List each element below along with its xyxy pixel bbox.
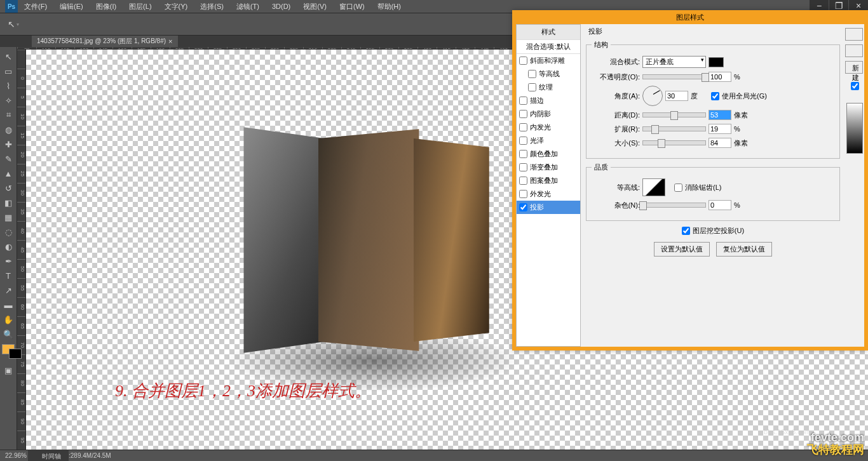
eyedropper-tool-icon[interactable]: ◍ xyxy=(0,123,17,137)
blend-mode-select[interactable]: 正片叠底 xyxy=(642,56,706,68)
style-item-10[interactable]: 外发光 xyxy=(517,187,580,201)
gradient-tool-icon[interactable]: ▦ xyxy=(0,210,17,224)
style-checkbox-7[interactable] xyxy=(519,150,527,158)
style-item-8[interactable]: 渐变叠加 xyxy=(517,161,580,174)
quality-fieldset: 品质 等高线: 消除锯齿(L) 杂色(N): % xyxy=(586,163,840,221)
color-swatch[interactable] xyxy=(2,344,15,354)
eraser-tool-icon[interactable]: ◧ xyxy=(0,196,17,210)
style-item-7[interactable]: 颜色叠加 xyxy=(517,147,580,161)
style-checkbox-10[interactable] xyxy=(519,190,527,198)
global-light-label: 使用全局光(G) xyxy=(722,91,767,101)
shape-tool-icon[interactable]: ▬ xyxy=(0,298,17,312)
menu-select[interactable]: 选择(S) xyxy=(194,2,230,11)
preview-checkbox[interactable] xyxy=(851,82,859,90)
distance-slider[interactable] xyxy=(642,112,706,117)
timeline-tab[interactable]: 时间轴 xyxy=(34,451,69,461)
style-item-6[interactable]: 光泽 xyxy=(517,134,580,147)
opacity-slider[interactable] xyxy=(642,74,706,79)
menu-file[interactable]: 文件(F) xyxy=(18,2,53,11)
watermark-2: 飞特教程网 xyxy=(807,442,864,457)
style-checkbox-2[interactable] xyxy=(528,83,536,91)
size-slider[interactable] xyxy=(642,140,706,145)
style-item-0[interactable]: 斜面和浮雕 xyxy=(517,54,580,67)
menu-help[interactable]: 帮助(H) xyxy=(371,2,407,11)
ruler-vertical: 05101520253035404550556065707580859095 xyxy=(17,50,26,450)
document-tab[interactable]: 1403577584281.jpg @ 23% (图层 1, RGB/8#) × xyxy=(32,36,178,47)
lasso-tool-icon[interactable]: ⌇ xyxy=(0,79,17,93)
distance-input[interactable] xyxy=(709,110,731,120)
settings-panel: 投影 结构 混合模式: 正片叠底 不透明度(O): % 角度(A): xyxy=(581,24,845,347)
noise-label: 杂色(N): xyxy=(592,201,640,210)
opacity-input[interactable] xyxy=(709,72,731,82)
style-item-11[interactable]: 投影 xyxy=(517,201,580,214)
px-unit: 像素 xyxy=(734,110,752,120)
angle-input[interactable] xyxy=(665,91,688,101)
style-item-1[interactable]: 等高线 xyxy=(517,67,580,81)
menu-window[interactable]: 窗口(W) xyxy=(333,2,371,11)
style-checkbox-4[interactable] xyxy=(519,110,527,118)
style-checkbox-8[interactable] xyxy=(519,163,527,171)
menu-edit[interactable]: 编辑(E) xyxy=(53,2,90,11)
ps-logo: Ps xyxy=(5,0,18,13)
style-item-5[interactable]: 内发光 xyxy=(517,121,580,134)
cancel-button[interactable] xyxy=(845,44,863,57)
blur-tool-icon[interactable]: ◌ xyxy=(0,225,17,239)
ok-button[interactable] xyxy=(845,28,863,41)
path-tool-icon[interactable]: ↗ xyxy=(0,283,17,297)
move-tool-icon[interactable]: ↖ xyxy=(0,50,17,63)
style-checkbox-11[interactable] xyxy=(519,203,527,211)
healing-tool-icon[interactable]: ✚ xyxy=(0,137,17,151)
menu-filter[interactable]: 滤镜(T) xyxy=(230,2,266,11)
style-checkbox-9[interactable] xyxy=(519,177,527,185)
pen-tool-icon[interactable]: ✒ xyxy=(0,254,17,268)
spread-slider[interactable] xyxy=(642,126,706,131)
structure-fieldset: 结构 混合模式: 正片叠底 不透明度(O): % 角度(A): 度 xyxy=(586,40,840,159)
dodge-tool-icon[interactable]: ◐ xyxy=(0,239,17,253)
style-checkbox-1[interactable] xyxy=(528,70,536,78)
style-checkbox-0[interactable] xyxy=(519,57,527,65)
image-panel-2 xyxy=(318,129,419,351)
crop-tool-icon[interactable]: ⌗ xyxy=(0,108,17,122)
hand-tool-icon[interactable]: ✋ xyxy=(0,312,17,326)
screen-mode-icon[interactable]: ▣ xyxy=(0,363,17,377)
type-tool-icon[interactable]: T xyxy=(0,269,17,283)
knockout-checkbox[interactable] xyxy=(682,227,690,235)
noise-input[interactable] xyxy=(709,200,731,210)
document-tab-close-icon[interactable]: × xyxy=(168,37,172,45)
set-default-button[interactable]: 设置为默认值 xyxy=(654,242,710,257)
style-label-3: 描边 xyxy=(530,96,544,105)
new-style-button[interactable]: 新建 xyxy=(845,61,863,74)
style-item-2[interactable]: 纹理 xyxy=(517,81,580,94)
reset-default-button[interactable]: 复位为默认值 xyxy=(716,242,772,257)
style-label-1: 等高线 xyxy=(539,69,560,79)
menu-3d[interactable]: 3D(D) xyxy=(266,3,297,10)
wand-tool-icon[interactable]: ✧ xyxy=(0,93,17,107)
menu-layer[interactable]: 图层(L) xyxy=(123,2,158,11)
opacity-label: 不透明度(O): xyxy=(592,72,640,82)
antialias-checkbox[interactable] xyxy=(674,184,682,192)
angle-dial[interactable] xyxy=(642,86,663,106)
style-checkbox-6[interactable] xyxy=(519,137,527,145)
spread-input[interactable] xyxy=(709,124,731,134)
menu-image[interactable]: 图像(I) xyxy=(90,2,123,11)
style-label-9: 图案叠加 xyxy=(530,176,558,185)
menu-type[interactable]: 文字(Y) xyxy=(158,2,194,11)
style-item-3[interactable]: 描边 xyxy=(517,94,580,107)
shadow-color-swatch[interactable] xyxy=(709,57,724,67)
global-light-checkbox[interactable] xyxy=(711,92,719,100)
size-input[interactable] xyxy=(709,138,731,148)
style-checkbox-5[interactable] xyxy=(519,123,527,131)
structure-legend: 结构 xyxy=(592,40,611,50)
style-item-9[interactable]: 图案叠加 xyxy=(517,174,580,187)
style-item-4[interactable]: 内阴影 xyxy=(517,107,580,121)
noise-slider[interactable] xyxy=(642,203,706,208)
menu-view[interactable]: 视图(V) xyxy=(297,2,333,11)
zoom-tool-icon[interactable]: 🔍 xyxy=(0,327,17,341)
history-brush-icon[interactable]: ↺ xyxy=(0,181,17,195)
brush-tool-icon[interactable]: ✎ xyxy=(0,152,17,166)
stamp-tool-icon[interactable]: ▲ xyxy=(0,166,17,180)
style-checkbox-3[interactable] xyxy=(519,97,527,105)
blending-options-default[interactable]: 混合选项:默认 xyxy=(517,40,580,54)
contour-picker[interactable] xyxy=(642,178,665,196)
marquee-tool-icon[interactable]: ▭ xyxy=(0,64,17,78)
